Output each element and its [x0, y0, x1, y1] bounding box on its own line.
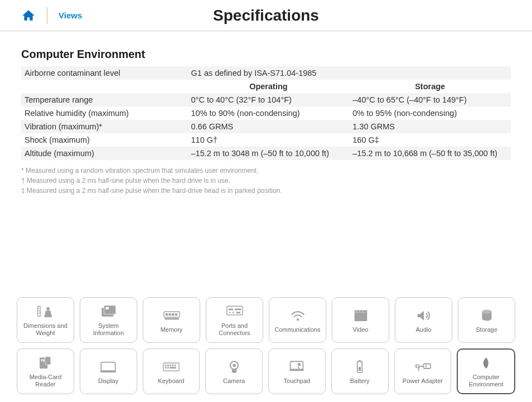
footnote-3: ‡ Measured using a 2 ms half-sine pulse … — [21, 186, 511, 196]
row-value: G1 as defined by ISA-S71.04-1985 — [188, 66, 511, 80]
video-icon — [351, 307, 370, 324]
svg-rect-45 — [291, 361, 303, 369]
tile-label: Video — [353, 326, 369, 333]
tile-label: Communications — [275, 326, 321, 333]
svg-rect-7 — [105, 307, 109, 309]
svg-rect-16 — [235, 309, 241, 311]
row-value-st: 1.30 GRMS — [349, 120, 511, 133]
tile-ports-and-connectors[interactable]: Ports and Connectors — [206, 297, 263, 343]
svg-point-20 — [296, 318, 298, 321]
row-value-op: 0°C to 40°C (32°F to 104°F) — [188, 93, 350, 106]
system-information-icon — [99, 303, 118, 320]
home-icon[interactable] — [21, 8, 36, 23]
row-value-st: –40°C to 65°C (–40°F to 149°F) — [349, 93, 511, 106]
svg-point-44 — [233, 364, 236, 367]
tile-touchpad[interactable]: Touchpad — [268, 348, 326, 394]
tile-label: Storage — [476, 326, 497, 333]
header: Views Specifications — [0, 0, 532, 31]
svg-rect-14 — [226, 306, 242, 315]
svg-rect-12 — [175, 313, 177, 315]
svg-rect-9 — [165, 313, 167, 315]
memory-icon — [162, 307, 181, 324]
svg-rect-0 — [37, 306, 40, 316]
svg-rect-11 — [172, 313, 174, 315]
tile-video[interactable]: Video — [332, 297, 389, 343]
tile-power-adapter[interactable]: Power Adapter — [394, 348, 452, 394]
section-title: Computer Environment — [21, 48, 511, 61]
tile-row-1: Dimensions and WeightSystem InformationM… — [17, 297, 515, 343]
row-label: Relative humidity (maximum) — [21, 106, 188, 120]
col-header-operating: Operating — [188, 80, 350, 93]
svg-rect-15 — [228, 309, 233, 311]
tile-label: Memory — [161, 326, 183, 333]
tile-label: Media-Card Reader — [30, 374, 61, 388]
tile-keyboard[interactable]: Keyboard — [143, 348, 200, 394]
svg-rect-39 — [175, 364, 176, 366]
tile-camera[interactable]: Camera — [205, 348, 263, 394]
tile-computer-environment[interactable]: Computer Environment — [457, 348, 515, 394]
camera-icon — [225, 359, 244, 375]
svg-rect-30 — [41, 359, 42, 361]
tile-label: Display — [98, 377, 118, 385]
battery-icon — [350, 359, 369, 375]
tile-label: Dimensions and Weight — [23, 322, 67, 336]
tile-storage[interactable]: Storage — [458, 297, 515, 343]
blank-cell — [21, 80, 188, 93]
svg-rect-6 — [104, 306, 115, 314]
tile-system-information[interactable]: System Information — [80, 297, 137, 343]
svg-rect-48 — [359, 360, 361, 362]
row-label: Altitude (maximum) — [21, 147, 188, 160]
svg-point-4 — [46, 307, 50, 311]
footnotes: * Measured using a random vibration spec… — [21, 166, 511, 196]
svg-rect-10 — [168, 313, 171, 315]
tile-media-card-reader[interactable]: Media-Card Reader — [17, 348, 74, 394]
keyboard-icon — [162, 359, 181, 375]
svg-rect-46 — [290, 369, 304, 371]
svg-rect-21 — [354, 312, 367, 321]
row-value-st: 0% to 95% (non-condensing) — [349, 106, 511, 120]
tile-audio[interactable]: Audio — [395, 297, 452, 343]
divider — [47, 7, 47, 24]
media-card-reader-icon — [36, 355, 55, 371]
svg-rect-35 — [165, 364, 167, 366]
svg-rect-36 — [167, 364, 169, 366]
tile-communications[interactable]: Communications — [269, 297, 326, 343]
ports-and-connectors-icon — [225, 303, 244, 320]
row-label: Airborne contaminant level — [21, 66, 188, 80]
tile-battery[interactable]: Battery — [331, 348, 389, 394]
tile-dimensions-and-weight[interactable]: Dimensions and Weight — [17, 297, 74, 343]
svg-rect-41 — [167, 367, 169, 369]
svg-rect-49 — [359, 367, 361, 371]
content: Computer Environment Airborne contaminan… — [0, 31, 532, 196]
svg-rect-31 — [43, 359, 45, 361]
col-header-storage: Storage — [349, 80, 511, 93]
footnote-1: * Measured using a random vibration spec… — [21, 166, 511, 176]
row-value-op: 10% to 90% (non-condensing) — [188, 106, 350, 120]
svg-point-27 — [482, 309, 491, 313]
tile-display[interactable]: Display — [80, 348, 137, 394]
row-value-op: 0.66 GRMS — [188, 120, 350, 133]
tile-label: Ports and Connectors — [219, 322, 250, 336]
communications-icon — [288, 307, 307, 324]
row-label: Vibration (maximum)* — [21, 120, 188, 133]
row-label: Temperature range — [21, 93, 188, 106]
svg-point-17 — [229, 312, 231, 313]
tile-label: Audio — [415, 326, 431, 333]
tile-label: Touchpad — [284, 377, 311, 385]
display-icon — [99, 359, 118, 375]
row-value-st: 160 G‡ — [349, 133, 511, 147]
computer-environment-icon — [477, 355, 496, 371]
power-adapter-icon — [413, 359, 432, 375]
svg-rect-13 — [165, 318, 178, 319]
svg-rect-40 — [165, 367, 167, 369]
tile-memory[interactable]: Memory — [143, 297, 200, 343]
svg-rect-37 — [170, 364, 171, 366]
footnote-2: † Measured using a 2 ms half-sine pulse … — [21, 176, 511, 186]
views-link[interactable]: Views — [59, 11, 82, 20]
row-value-op: 110 G† — [188, 133, 350, 147]
row-value-st: –15.2 m to 10,668 m (–50 ft to 35,000 ft… — [349, 147, 511, 160]
dimensions-and-weight-icon — [36, 303, 55, 320]
svg-rect-29 — [45, 357, 51, 365]
tile-label: Keyboard — [158, 377, 184, 385]
tile-label: Power Adapter — [403, 377, 443, 385]
